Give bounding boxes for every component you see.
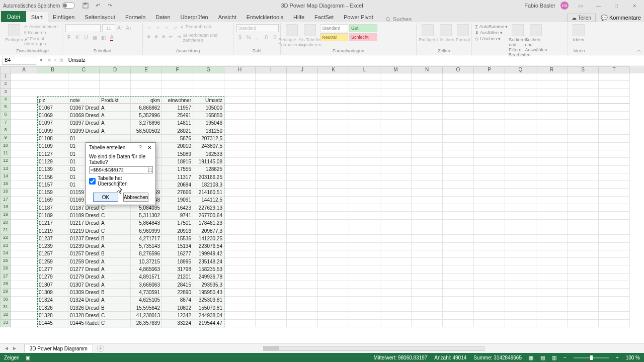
cell[interactable] [505, 197, 536, 204]
cell[interactable] [412, 281, 443, 289]
cell[interactable]: 4,625105 [131, 297, 162, 304]
cell[interactable]: 165850 [193, 112, 224, 119]
cell[interactable] [224, 127, 256, 135]
cell[interactable] [474, 312, 505, 319]
cell[interactable] [224, 258, 256, 265]
cell[interactable] [536, 297, 568, 304]
cell[interactable] [256, 197, 287, 204]
cell[interactable] [599, 204, 630, 212]
cell[interactable]: 223076,54 [193, 243, 224, 250]
cell[interactable] [349, 150, 380, 158]
cell[interactable] [599, 181, 630, 189]
cell[interactable]: 195950,43 [193, 289, 224, 296]
cell[interactable]: 01307 Dresd [68, 281, 100, 289]
column-header[interactable]: O [443, 66, 474, 73]
cell[interactable] [224, 104, 256, 112]
cell[interactable]: 01257 [37, 250, 68, 258]
cancel-button[interactable]: Abbrechen [123, 193, 148, 202]
cell[interactable] [536, 173, 568, 181]
cell[interactable]: 199949,42 [193, 250, 224, 258]
cell[interactable] [536, 320, 568, 327]
cell[interactable]: einwohner [162, 97, 193, 104]
cell[interactable] [256, 127, 287, 135]
cell[interactable]: 11957 [162, 104, 193, 112]
cell[interactable]: 249936,78 [193, 274, 224, 281]
cell[interactable] [318, 81, 349, 88]
cell[interactable] [599, 243, 630, 250]
cell[interactable] [349, 89, 380, 97]
cell[interactable] [443, 320, 474, 327]
cell[interactable] [224, 166, 256, 173]
cell[interactable] [599, 112, 630, 119]
cell[interactable]: 01189 [37, 212, 68, 219]
cell[interactable] [287, 143, 318, 150]
cell[interactable]: 01169 [37, 197, 68, 204]
cell[interactable]: plz [37, 97, 68, 104]
column-header[interactable]: C [68, 66, 100, 73]
cell[interactable] [256, 320, 287, 327]
cell[interactable] [318, 220, 349, 227]
user-avatar[interactable]: FB [560, 2, 569, 10]
cell[interactable] [599, 166, 630, 173]
align-bot-icon[interactable]: ≡ [163, 24, 170, 31]
cell[interactable] [505, 235, 536, 242]
cell[interactable] [568, 250, 599, 258]
cell[interactable] [568, 243, 599, 250]
cell[interactable]: 01099 Dresd [68, 127, 100, 135]
cell[interactable] [474, 297, 505, 304]
auto-save-toggle[interactable] [62, 3, 75, 9]
cell[interactable] [505, 166, 536, 173]
cell[interactable] [443, 104, 474, 112]
cell[interactable] [412, 135, 443, 142]
cell[interactable] [318, 189, 349, 196]
cell[interactable]: 01257 Dresd [68, 250, 100, 258]
column-header[interactable]: K [318, 66, 349, 73]
cell[interactable]: 01109 [37, 143, 68, 150]
cell[interactable] [193, 73, 224, 81]
align-left-icon[interactable]: ≡ [146, 33, 152, 40]
cell[interactable]: Produkt [100, 97, 131, 104]
row-header[interactable]: 13 [0, 166, 11, 173]
cell[interactable] [412, 258, 443, 265]
row-header[interactable]: 16 [0, 189, 11, 196]
cell[interactable] [599, 235, 630, 242]
cell[interactable] [318, 297, 349, 304]
column-header[interactable]: T [599, 66, 630, 73]
cell[interactable] [474, 135, 505, 142]
cell[interactable]: 214160,51 [193, 189, 224, 196]
cell[interactable]: 22890 [162, 289, 193, 296]
cell[interactable]: 33224 [162, 320, 193, 327]
row-header[interactable]: 32 [0, 312, 11, 319]
cell[interactable] [131, 89, 162, 97]
dialog-help-icon[interactable]: ? [137, 145, 143, 150]
row-header[interactable]: 26 [0, 265, 11, 273]
cell[interactable]: 244938,04 [193, 312, 224, 319]
column-header[interactable]: H [224, 66, 256, 73]
cell[interactable] [224, 243, 256, 250]
cell[interactable] [287, 97, 318, 104]
cell[interactable]: qkm [131, 97, 162, 104]
cell[interactable] [224, 250, 256, 258]
ideas-button[interactable]: Ideen [571, 24, 587, 42]
cell[interactable] [131, 135, 162, 142]
cell[interactable] [287, 281, 318, 289]
cell[interactable] [11, 235, 37, 242]
cell[interactable] [287, 73, 318, 81]
view-layout-icon[interactable]: ▤ [540, 355, 545, 360]
cell[interactable] [443, 304, 474, 312]
cell[interactable] [412, 243, 443, 250]
align-right-icon[interactable]: ≡ [161, 33, 167, 40]
cell[interactable] [568, 181, 599, 189]
cell[interactable] [11, 281, 37, 289]
font-color-icon[interactable]: A [108, 34, 115, 41]
align-top-icon[interactable]: ≡ [146, 24, 153, 31]
cell[interactable] [349, 243, 380, 250]
cell[interactable] [287, 212, 318, 219]
cell[interactable] [536, 127, 568, 135]
cell[interactable] [443, 297, 474, 304]
cell[interactable] [318, 250, 349, 258]
cell[interactable] [474, 104, 505, 112]
cell[interactable] [256, 212, 287, 219]
cell[interactable]: 8874 [162, 297, 193, 304]
cell[interactable] [11, 120, 37, 127]
